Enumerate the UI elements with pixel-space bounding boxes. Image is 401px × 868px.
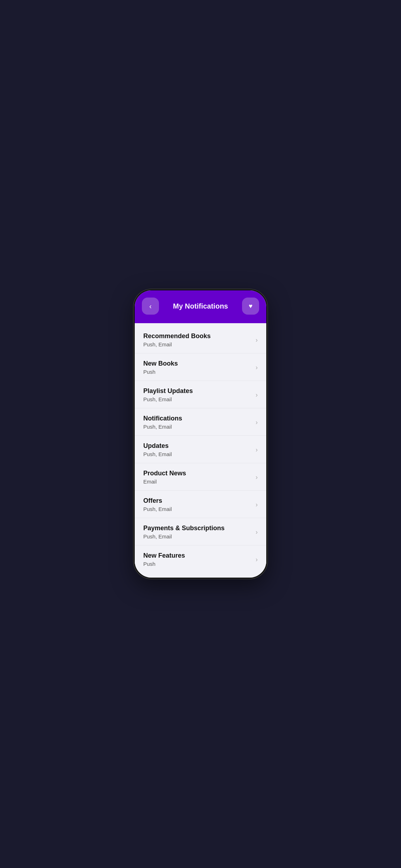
chevron-right-icon: › bbox=[256, 364, 258, 371]
item-subtitle-5: Email bbox=[143, 479, 251, 485]
item-title-6: Offers bbox=[143, 497, 251, 505]
item-subtitle-1: Push bbox=[143, 369, 251, 375]
notification-list: Recommended Books Push, Email › New Book… bbox=[135, 323, 266, 578]
page-title: My Notifications bbox=[159, 302, 242, 310]
list-item[interactable]: Notifications Push, Email › bbox=[135, 408, 266, 436]
chevron-right-icon: › bbox=[256, 501, 258, 508]
item-title-1: New Books bbox=[143, 360, 251, 367]
list-item[interactable]: New Features Push › bbox=[135, 546, 266, 573]
item-subtitle-6: Push, Email bbox=[143, 506, 251, 512]
item-title-5: Product News bbox=[143, 470, 251, 477]
list-item[interactable]: Playlist Updates Push, Email › bbox=[135, 381, 266, 408]
chevron-right-icon: › bbox=[256, 391, 258, 399]
chevron-right-icon: › bbox=[256, 446, 258, 454]
list-item[interactable]: Product News Email › bbox=[135, 463, 266, 491]
item-subtitle-4: Push, Email bbox=[143, 451, 251, 457]
list-item[interactable]: Updates Push, Email › bbox=[135, 436, 266, 463]
back-button[interactable]: ‹ bbox=[142, 298, 159, 315]
item-text-2: Playlist Updates Push, Email bbox=[143, 387, 251, 402]
back-icon: ‹ bbox=[149, 302, 152, 310]
item-subtitle-7: Push, Email bbox=[143, 533, 251, 539]
list-item[interactable]: Offers Push, Email › bbox=[135, 491, 266, 518]
list-item[interactable]: New Books Push › bbox=[135, 353, 266, 381]
list-item[interactable]: Recommended Books Push, Email › bbox=[135, 326, 266, 353]
item-subtitle-0: Push, Email bbox=[143, 341, 251, 347]
item-text-8: New Features Push bbox=[143, 552, 251, 567]
item-subtitle-2: Push, Email bbox=[143, 396, 251, 402]
item-text-1: New Books Push bbox=[143, 360, 251, 375]
item-title-0: Recommended Books bbox=[143, 332, 251, 340]
chevron-right-icon: › bbox=[256, 556, 258, 563]
item-text-5: Product News Email bbox=[143, 470, 251, 485]
chevron-right-icon: › bbox=[256, 336, 258, 344]
header: ‹ My Notifications ♥ bbox=[135, 290, 266, 323]
chevron-right-icon: › bbox=[256, 528, 258, 536]
item-text-3: Notifications Push, Email bbox=[143, 415, 251, 430]
heart-icon: ♥ bbox=[249, 303, 253, 310]
item-text-7: Payments & Subscriptions Push, Email bbox=[143, 525, 251, 539]
chevron-right-icon: › bbox=[256, 474, 258, 481]
phone-frame: ‹ My Notifications ♥ Recommended Books P… bbox=[134, 289, 267, 579]
chevron-right-icon: › bbox=[256, 419, 258, 426]
item-title-7: Payments & Subscriptions bbox=[143, 525, 251, 532]
item-text-6: Offers Push, Email bbox=[143, 497, 251, 512]
item-title-8: New Features bbox=[143, 552, 251, 559]
favorite-button[interactable]: ♥ bbox=[242, 298, 259, 315]
item-title-2: Playlist Updates bbox=[143, 387, 251, 395]
item-title-4: Updates bbox=[143, 442, 251, 450]
list-item[interactable]: Payments & Subscriptions Push, Email › bbox=[135, 518, 266, 546]
item-text-0: Recommended Books Push, Email bbox=[143, 332, 251, 347]
item-text-4: Updates Push, Email bbox=[143, 442, 251, 457]
item-subtitle-3: Push, Email bbox=[143, 424, 251, 430]
item-subtitle-8: Push bbox=[143, 561, 251, 567]
item-title-3: Notifications bbox=[143, 415, 251, 422]
